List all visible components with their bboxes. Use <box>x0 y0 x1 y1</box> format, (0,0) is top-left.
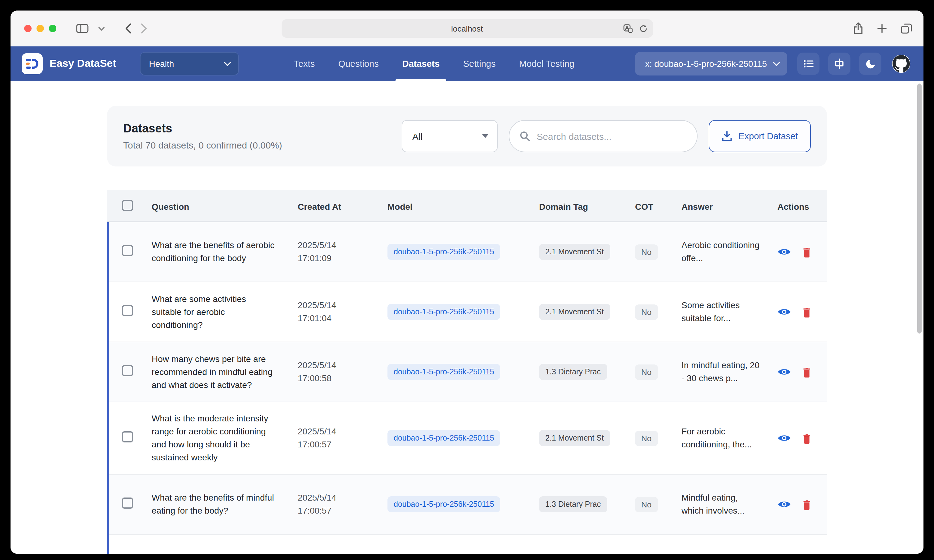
page-scrollbar[interactable] <box>917 83 922 334</box>
trash-icon <box>801 432 812 444</box>
tabs-icon <box>900 23 912 34</box>
column-header-question: Question <box>142 192 293 221</box>
eye-icon <box>777 247 791 257</box>
created-time: 17:01:04 <box>298 312 377 325</box>
eye-icon <box>777 499 791 509</box>
close-window-button[interactable] <box>24 25 32 32</box>
eye-icon <box>777 307 791 317</box>
table-header-row: Question Created At Model Domain Tag COT… <box>107 190 827 222</box>
delete-row-button[interactable] <box>800 365 813 379</box>
model-select[interactable]: x: doubao-1-5-pro-256k-250115 <box>635 52 787 75</box>
cot-value: No <box>635 430 658 446</box>
trash-icon <box>801 498 812 510</box>
table-accent-line <box>107 222 109 554</box>
row-checkbox[interactable] <box>122 245 133 256</box>
plus-icon <box>877 23 887 34</box>
answer-text: For aerobic conditioning, the... <box>682 425 761 451</box>
translate-icon[interactable] <box>623 24 632 33</box>
eye-icon <box>777 433 791 443</box>
export-dataset-label: Export Dataset <box>739 131 798 141</box>
trash-icon <box>801 246 812 258</box>
share-button[interactable] <box>853 22 863 35</box>
sidebar-toggle-button[interactable] <box>72 19 92 38</box>
domain-tag-chip: 2.1 Movement St <box>539 244 610 260</box>
address-bar[interactable]: localhost <box>281 19 653 38</box>
chevron-right-icon <box>140 23 148 34</box>
caret-down-icon <box>482 134 488 138</box>
column-header-actions: Actions <box>772 192 827 221</box>
row-checkbox[interactable] <box>122 305 133 316</box>
created-date: 2025/5/14 <box>298 425 377 438</box>
table-body: What are the benefits of aerobic conditi… <box>107 222 827 554</box>
zoom-window-button[interactable] <box>49 25 56 32</box>
question-text: What are the benefits of mindful eating … <box>152 491 278 517</box>
row-checkbox[interactable] <box>122 431 133 442</box>
created-time: 17:01:09 <box>298 252 377 265</box>
delete-row-button[interactable] <box>800 431 813 445</box>
app-title: Easy DataSet <box>49 57 116 70</box>
main-nav: Texts Questions Datasets Settings Model … <box>282 46 586 81</box>
project-select[interactable]: Health <box>140 52 239 75</box>
share-icon <box>853 22 863 35</box>
toolbar-chevron-button[interactable] <box>95 19 108 38</box>
language-toggle-button[interactable] <box>828 52 851 75</box>
created-time: 17:00:57 <box>298 438 377 451</box>
new-tab-button[interactable] <box>877 23 887 34</box>
nav-datasets[interactable]: Datasets <box>391 46 451 81</box>
model-chip: doubao-1-5-pro-256k-250115 <box>388 364 500 380</box>
select-all-checkbox[interactable] <box>122 200 133 211</box>
delete-row-button[interactable] <box>800 245 813 258</box>
row-checkbox[interactable] <box>122 365 133 376</box>
page-title: Datasets <box>123 122 282 135</box>
delete-row-button[interactable] <box>800 305 813 318</box>
status-filter-value: All <box>412 131 422 142</box>
table-row: What are the benefits of aerobic conditi… <box>107 222 827 282</box>
status-filter-select[interactable]: All <box>402 120 498 152</box>
view-answer-button[interactable] <box>777 305 791 318</box>
nav-texts[interactable]: Texts <box>282 46 326 81</box>
sidebar-icon <box>76 23 89 34</box>
view-answer-button[interactable] <box>777 365 791 379</box>
nav-questions[interactable]: Questions <box>326 46 391 81</box>
github-link-button[interactable] <box>890 52 912 75</box>
tab-overview-button[interactable] <box>900 23 912 34</box>
created-date: 2025/5/14 <box>298 299 377 312</box>
model-chip: doubao-1-5-pro-256k-250115 <box>388 304 500 320</box>
question-text: What is the moderate intensity range for… <box>152 412 278 464</box>
answer-text: Mindful eating, which involves... <box>682 491 761 517</box>
task-list-button[interactable] <box>797 52 820 75</box>
search-input[interactable] <box>537 131 687 142</box>
nav-model-testing[interactable]: Model Testing <box>507 46 586 81</box>
trash-icon <box>801 366 812 378</box>
domain-tag-chip: 1.3 Dietary Prac <box>539 496 607 512</box>
view-answer-button[interactable] <box>777 431 791 445</box>
column-header-domain-tag: Domain Tag <box>534 192 630 221</box>
chevron-down-icon <box>98 26 105 31</box>
nav-settings[interactable]: Settings <box>451 46 508 81</box>
export-dataset-button[interactable]: Export Dataset <box>709 120 811 152</box>
delete-row-button[interactable] <box>800 497 813 511</box>
reload-button[interactable] <box>639 24 648 33</box>
minimize-window-button[interactable] <box>37 25 44 32</box>
domain-tag-chip: 2.1 Movement St <box>539 304 610 320</box>
moon-icon <box>864 58 876 69</box>
reload-icon <box>639 24 648 33</box>
download-icon <box>722 131 732 142</box>
created-date: 2025/5/14 <box>298 491 377 504</box>
cot-value: No <box>635 244 658 260</box>
created-time: 17:00:57 <box>298 504 377 517</box>
created-date: 2025/5/14 <box>298 359 377 372</box>
datasets-summary: Total 70 datasets, 0 confirmed (0.00%) <box>123 140 282 150</box>
view-answer-button[interactable] <box>777 245 791 258</box>
table-row: What are the functions of <box>107 535 827 554</box>
dark-mode-toggle-button[interactable] <box>859 52 882 75</box>
row-checkbox[interactable] <box>122 497 133 509</box>
browser-window: localhost <box>11 11 923 554</box>
column-header-created-at: Created At <box>293 192 383 221</box>
page-content: Datasets Total 70 datasets, 0 confirmed … <box>11 81 923 554</box>
domain-tag-chip: 2.1 Movement St <box>539 430 610 446</box>
back-button[interactable] <box>125 23 132 34</box>
view-answer-button[interactable] <box>777 497 791 511</box>
forward-button[interactable] <box>140 23 148 34</box>
table-row: What are some activities suitable for ae… <box>107 282 827 342</box>
